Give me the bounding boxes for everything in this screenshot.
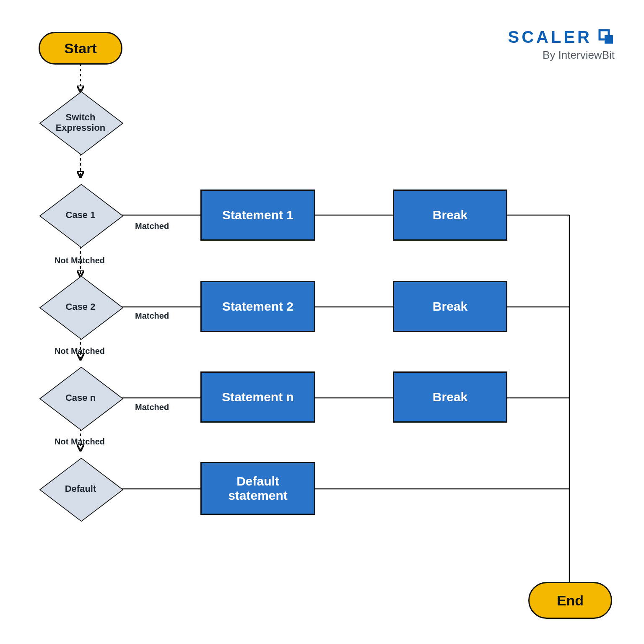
default-decision: Default (39, 458, 122, 520)
statement-n: Statement n (200, 371, 315, 423)
not-matched-label-2: Not Matched (55, 346, 105, 356)
flowchart-canvas: SCALER By InterviewBit (0, 0, 644, 644)
statement-1: Statement 1 (200, 190, 315, 241)
statement-2-label: Statement 2 (222, 299, 293, 314)
break-2: Break (393, 281, 507, 332)
break-2-label: Break (433, 299, 467, 314)
end-label: End (557, 592, 584, 609)
case-2-label: Case 2 (39, 276, 122, 338)
brand-icon (598, 29, 615, 45)
statement-n-label: Statement n (222, 390, 294, 405)
switch-expression-decision: Switch Expression (39, 91, 122, 153)
not-matched-label-1: Not Matched (55, 256, 105, 265)
brand-logo: SCALER By InterviewBit (508, 29, 615, 60)
svg-rect-1 (605, 35, 613, 44)
break-1-label: Break (433, 208, 467, 223)
statement-2: Statement 2 (200, 281, 315, 332)
start-terminator: Start (39, 32, 122, 65)
end-terminator: End (528, 582, 612, 619)
case-n-decision: Case n (39, 367, 122, 429)
break-1: Break (393, 190, 507, 241)
default-statement: Default statement (200, 462, 315, 515)
not-matched-label-n: Not Matched (55, 437, 105, 447)
case-1-label: Case 1 (39, 184, 122, 246)
matched-label-1: Matched (135, 221, 169, 231)
matched-label-2: Matched (135, 311, 169, 321)
case-n-label: Case n (39, 367, 122, 429)
case-2-decision: Case 2 (39, 276, 122, 338)
break-n: Break (393, 371, 507, 423)
statement-1-label: Statement 1 (222, 208, 293, 223)
start-label: Start (64, 40, 96, 57)
case-1-decision: Case 1 (39, 184, 122, 246)
default-label: Default (39, 458, 122, 520)
brand-name: SCALER (508, 29, 592, 45)
matched-label-n: Matched (135, 402, 169, 412)
switch-expression-label: Switch Expression (39, 91, 122, 153)
break-n-label: Break (433, 390, 467, 405)
default-statement-label: Default statement (228, 474, 288, 503)
brand-byline: By InterviewBit (508, 49, 615, 60)
